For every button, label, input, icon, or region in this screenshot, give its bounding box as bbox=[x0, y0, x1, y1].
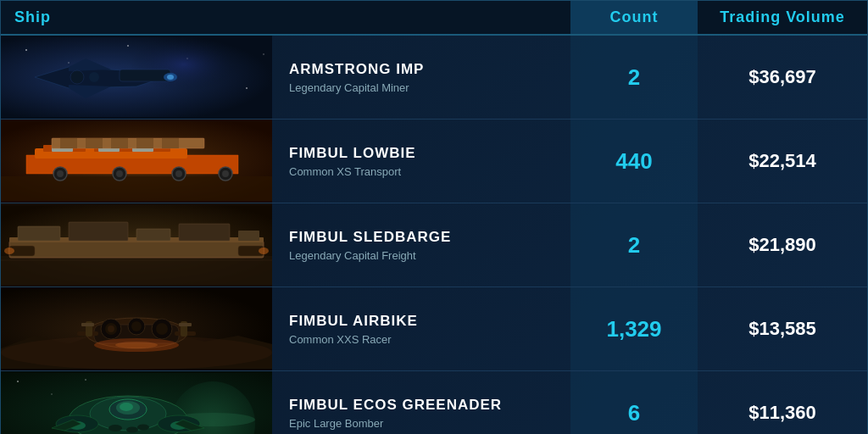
svg-point-2 bbox=[25, 49, 27, 51]
svg-point-78 bbox=[120, 403, 133, 411]
ship-image-armstrong-imp bbox=[1, 36, 272, 119]
svg-rect-14 bbox=[1, 176, 272, 201]
svg-rect-43 bbox=[179, 224, 230, 241]
ship-type: Legendary Capital Miner bbox=[289, 81, 554, 94]
svg-point-55 bbox=[108, 326, 114, 332]
header-ship: Ship bbox=[1, 8, 272, 26]
svg-point-10 bbox=[89, 72, 99, 82]
ship-info-fimbul-sledbarge: FIMBUL SLEDBARGE Legendary Capital Freig… bbox=[272, 203, 570, 287]
svg-point-22 bbox=[57, 170, 64, 177]
ship-image-fimbul-airbike bbox=[1, 287, 272, 370]
svg-point-48 bbox=[259, 248, 269, 254]
svg-rect-44 bbox=[238, 231, 259, 241]
svg-rect-30 bbox=[60, 138, 77, 148]
svg-point-59 bbox=[156, 323, 168, 335]
header-count: Count bbox=[570, 1, 698, 34]
svg-point-12 bbox=[167, 75, 174, 80]
ship-count: 6 bbox=[570, 371, 698, 434]
ship-volume: $13,585 bbox=[698, 287, 867, 370]
svg-rect-67 bbox=[179, 323, 192, 326]
ship-type: Legendary Capital Freight bbox=[289, 249, 554, 262]
svg-point-5 bbox=[186, 58, 187, 58]
ship-name: FIMBUL LOWBIE bbox=[289, 145, 554, 162]
ship-volume: $36,697 bbox=[698, 36, 867, 119]
ship-count: 440 bbox=[570, 120, 698, 203]
svg-rect-40 bbox=[18, 226, 60, 241]
svg-point-7 bbox=[263, 53, 264, 55]
svg-point-57 bbox=[131, 321, 142, 331]
svg-rect-31 bbox=[86, 138, 103, 148]
svg-point-73 bbox=[85, 379, 86, 381]
ship-name: FIMBUL ECOS GREENADER bbox=[289, 397, 554, 414]
ship-count: 2 bbox=[570, 203, 698, 287]
svg-rect-42 bbox=[136, 229, 170, 241]
ship-info-armstrong-imp: ARMSTRONG IMP Legendary Capital Miner bbox=[272, 36, 570, 119]
svg-point-6 bbox=[246, 87, 248, 89]
svg-point-83 bbox=[108, 425, 122, 431]
ship-name: FIMBUL SLEDBARGE bbox=[289, 229, 554, 246]
table-row: ARMSTRONG IMP Legendary Capital Miner 2 … bbox=[1, 36, 867, 120]
ship-type: Common XXS Racer bbox=[289, 333, 554, 346]
svg-rect-41 bbox=[69, 222, 128, 241]
ship-volume: $21,890 bbox=[698, 203, 867, 287]
ship-name: FIMBUL AIRBIKE bbox=[289, 313, 554, 330]
ship-count: 2 bbox=[570, 36, 698, 119]
svg-rect-8 bbox=[120, 70, 170, 81]
svg-point-9 bbox=[70, 70, 84, 84]
table-header: Ship Count Trading Volume bbox=[1, 1, 867, 36]
ship-type: Common XS Transport bbox=[289, 165, 554, 178]
table-row: FIMBUL AIRBIKE Common XXS Racer 1,329 $1… bbox=[1, 287, 867, 371]
ship-count: 1,329 bbox=[570, 287, 698, 370]
svg-point-3 bbox=[68, 62, 70, 64]
table-row: FIMBUL ECOS GREENADER Epic Large Bomber … bbox=[1, 371, 867, 434]
header-volume: Trading Volume bbox=[698, 8, 867, 26]
svg-point-24 bbox=[116, 170, 123, 177]
svg-point-72 bbox=[51, 393, 52, 394]
table-row: FIMBUL LOWBIE Common XS Transport 440 $2… bbox=[1, 120, 867, 203]
svg-rect-33 bbox=[136, 138, 153, 148]
main-table: Ship Count Trading Volume bbox=[0, 0, 868, 434]
ship-volume: $11,360 bbox=[698, 371, 867, 434]
svg-rect-38 bbox=[9, 241, 264, 258]
ship-image-fimbul-sledbarge bbox=[1, 203, 272, 287]
ship-name: ARMSTRONG IMP bbox=[289, 61, 554, 78]
svg-point-63 bbox=[115, 342, 158, 348]
svg-rect-32 bbox=[111, 138, 128, 148]
ship-info-fimbul-airbike: FIMBUL AIRBIKE Common XXS Racer bbox=[272, 287, 570, 370]
svg-point-4 bbox=[127, 45, 129, 47]
ship-volume: $22,514 bbox=[698, 120, 867, 203]
ship-type: Epic Large Bomber bbox=[289, 417, 554, 430]
svg-rect-34 bbox=[162, 138, 179, 148]
table-body: ARMSTRONG IMP Legendary Capital Miner 2 … bbox=[1, 36, 867, 434]
svg-point-47 bbox=[4, 248, 14, 254]
ship-image-fimbul-ecos-greenader bbox=[1, 371, 272, 434]
svg-point-84 bbox=[126, 427, 138, 433]
svg-point-26 bbox=[175, 170, 182, 177]
ship-image-fimbul-lowbie bbox=[1, 120, 272, 203]
ship-info-fimbul-lowbie: FIMBUL LOWBIE Common XS Transport bbox=[272, 120, 570, 203]
ship-info-fimbul-ecos-greenader: FIMBUL ECOS GREENADER Epic Large Bomber bbox=[272, 371, 570, 434]
svg-point-85 bbox=[137, 425, 149, 431]
table-row: FIMBUL SLEDBARGE Legendary Capital Freig… bbox=[1, 203, 867, 287]
svg-rect-66 bbox=[81, 323, 94, 326]
svg-point-28 bbox=[222, 170, 229, 177]
svg-point-71 bbox=[17, 381, 19, 382]
